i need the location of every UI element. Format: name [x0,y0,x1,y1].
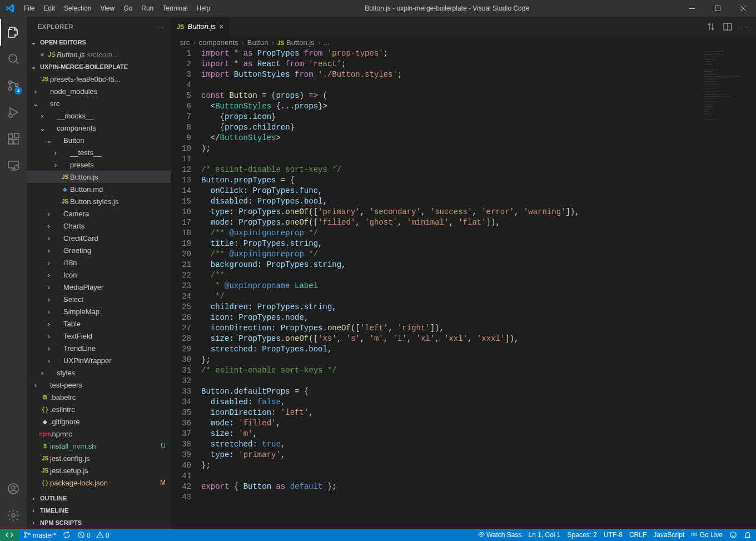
remote-explorer-icon[interactable] [0,152,27,179]
menu-terminal[interactable]: Terminal [158,0,192,17]
language-mode[interactable]: JavaScript [653,531,684,539]
folder-item[interactable]: ›Select [27,293,171,305]
svg-point-19 [28,533,31,535]
file-tree[interactable]: JSpresets-fea8e0bc-f5...›node_modules⌄sr… [27,73,171,492]
menu-file[interactable]: File [19,0,39,17]
code-editor[interactable]: 1234567891011121314151617181920212223242… [171,48,756,529]
svg-point-2 [9,54,17,62]
menu-help[interactable]: Help [192,0,215,17]
file-item[interactable]: B.babelrc [27,391,171,403]
file-item[interactable]: { }package-lock.jsonM [27,477,171,489]
git-branch[interactable]: master* [23,531,56,539]
file-item[interactable]: JSpresets-fea8e0bc-f5... [27,73,171,85]
go-live[interactable]: Go Live [691,531,723,539]
watch-sass[interactable]: Watch Sass [478,531,522,539]
folder-item[interactable]: ›SimpleMap [27,305,171,317]
npm-scripts-header[interactable]: › NPM SCRIPTS [27,517,171,529]
file-item[interactable]: npm.npmrc [27,428,171,440]
menu-run[interactable]: Run [137,0,158,17]
file-item[interactable]: JSjest.config.js [27,452,171,464]
search-icon[interactable] [0,46,27,72]
indentation[interactable]: Spaces: 2 [568,531,597,539]
folder-item[interactable]: ⌄Button [27,134,171,146]
chevron-right-icon: › [29,495,38,502]
breadcrumb-item[interactable]: Button [247,38,268,47]
minimap[interactable]: import·*·as·PropTypes·from·'prop-types';… [700,48,756,529]
folder-item[interactable]: ›MediaPlayer [27,281,171,293]
menu-go[interactable]: Go [119,0,137,17]
split-editor-icon[interactable] [723,22,732,31]
settings-gear-icon[interactable] [0,502,27,529]
file-item[interactable]: $install_nvm.shU [27,440,171,452]
folder-item[interactable]: ›Greeting [27,244,171,256]
json-icon: { } [40,406,50,413]
folder-item[interactable]: ›Camera [27,207,171,220]
notifications-icon[interactable] [744,531,752,539]
maximize-button[interactable] [705,0,730,17]
folder-item[interactable]: ›__tests__ [27,146,171,158]
file-item[interactable]: ◆.gitignore [27,415,171,428]
extensions-icon[interactable] [0,126,27,152]
breadcrumb-item[interactable]: src [180,38,190,47]
folder-item[interactable]: ›UXPinWrapper [27,354,171,366]
folder-item[interactable]: ›CreditCard [27,232,171,244]
menu-edit[interactable]: Edit [39,0,59,17]
close-icon[interactable]: × [38,51,47,59]
more-icon[interactable]: ··· [740,22,749,31]
folder-item[interactable]: ⌄components [27,122,171,134]
svg-point-12 [14,165,19,170]
breadcrumb-item[interactable]: components [199,38,238,47]
open-editors-header[interactable]: ⌄ OPEN EDITORS [27,36,171,48]
open-editor-item[interactable]: × JS Button.js src\com... [27,48,171,61]
md-icon: ◆ [60,186,70,192]
folder-item[interactable]: ›test-peers [27,379,171,391]
more-icon[interactable]: ··· [156,23,165,30]
file-item[interactable]: JSButton.js [27,171,171,183]
svg-point-21 [480,534,482,535]
menu-view[interactable]: View [96,0,119,17]
folder-item[interactable]: ›TrendLine [27,342,171,354]
folder-item[interactable]: ›TextField [27,330,171,342]
close-button[interactable] [730,0,756,17]
editor-tab[interactable]: JS Button.js × [171,17,230,36]
file-item[interactable]: JSjest.setup.js [27,464,171,477]
project-header[interactable]: ⌄ UXPIN-MERGE-BOILERPLATE [27,61,171,73]
folder-item[interactable]: ⌄src [27,97,171,110]
compare-changes-icon[interactable] [707,22,715,31]
file-item[interactable]: { }.eslintrc [27,403,171,415]
run-debug-icon[interactable] [0,99,27,126]
sync-icon[interactable] [63,531,71,539]
breadcrumb-item[interactable]: JSButton.js [277,38,315,47]
file-item[interactable]: ◆Button.md [27,183,171,195]
explorer-icon[interactable] [0,19,27,46]
breadcrumbs[interactable]: src›components›Button›JSButton.js›... [171,36,756,48]
folder-item[interactable]: ›styles [27,366,171,379]
encoding[interactable]: UTF-8 [604,531,623,539]
breadcrumb-item[interactable]: ... [324,38,330,47]
folder-item[interactable]: ›i18n [27,256,171,269]
folder-item[interactable]: ›presets [27,158,171,171]
vscode-logo-icon [0,4,19,13]
menu-selection[interactable]: Selection [59,0,96,17]
problems[interactable]: 0 0 [77,531,110,539]
timeline-header[interactable]: › TIMELINE [27,504,171,517]
outline-header[interactable]: › OUTLINE [27,492,171,504]
close-icon[interactable]: × [219,22,223,31]
folder-item[interactable]: ›Table [27,317,171,330]
git-status: U [161,442,171,450]
folder-item[interactable]: ›__mocks__ [27,110,171,122]
folder-item[interactable]: ›node_modules [27,85,171,97]
accounts-icon[interactable] [0,475,27,502]
remote-indicator[interactable] [0,529,19,541]
js-icon: JS [40,468,50,474]
js-file-icon: JS [177,23,184,30]
cursor-position[interactable]: Ln 1, Col 1 [529,531,561,539]
source-control-icon[interactable]: 4 [0,72,27,99]
file-item[interactable]: JSButton.styles.js [27,195,171,207]
feedback-icon[interactable] [729,531,737,539]
svg-point-6 [9,114,12,117]
folder-item[interactable]: ›Charts [27,220,171,232]
eol[interactable]: CRLF [629,531,646,539]
folder-item[interactable]: ›Icon [27,269,171,281]
minimize-button[interactable] [679,0,705,17]
